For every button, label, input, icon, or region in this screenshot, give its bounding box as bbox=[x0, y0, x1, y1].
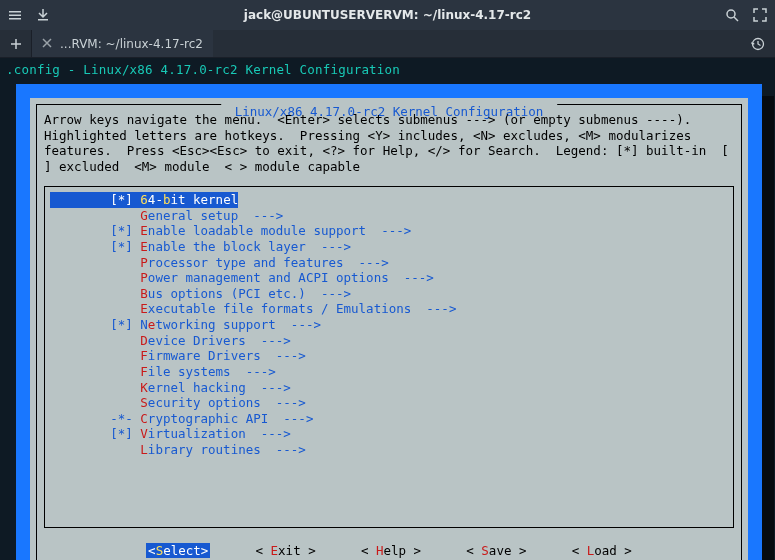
menu-item[interactable]: Security options ---> bbox=[50, 395, 728, 411]
tab-label: ...RVM: ~/linux-4.17-rc2 bbox=[60, 37, 203, 51]
menu-item[interactable]: File systems ---> bbox=[50, 364, 728, 380]
new-tab-button[interactable] bbox=[0, 30, 32, 57]
menu-item[interactable]: Power management and ACPI options ---> bbox=[50, 270, 728, 286]
menuconfig-dialog: Linux/x86 4.17.0-rc2 Kernel Configuratio… bbox=[30, 98, 748, 560]
tab-active[interactable]: ...RVM: ~/linux-4.17-rc2 bbox=[32, 30, 213, 57]
dialog-button[interactable]: < Save > bbox=[466, 543, 526, 558]
menu-item[interactable]: Device Drivers ---> bbox=[50, 333, 728, 349]
search-icon[interactable] bbox=[725, 8, 739, 22]
menu-item[interactable]: [*] Networking support ---> bbox=[50, 317, 728, 333]
dialog-button[interactable]: <Select> bbox=[146, 543, 210, 558]
help-text: Arrow keys navigate the menu. <Enter> se… bbox=[44, 112, 734, 175]
ncurses-background: Linux/x86 4.17.0-rc2 Kernel Configuratio… bbox=[16, 84, 762, 560]
menu-item[interactable]: Library routines ---> bbox=[50, 442, 728, 458]
menu-item[interactable]: [*] Enable the block layer ---> bbox=[50, 239, 728, 255]
svg-rect-3 bbox=[38, 19, 48, 21]
menu-item[interactable]: Bus options (PCI etc.) ---> bbox=[50, 286, 728, 302]
maximize-icon[interactable] bbox=[753, 8, 767, 22]
menu-item[interactable]: [*] Enable loadable module support ---> bbox=[50, 223, 728, 239]
svg-rect-0 bbox=[9, 11, 21, 13]
terminal-area[interactable]: .config - Linux/x86 4.17.0-rc2 Kernel Co… bbox=[0, 58, 775, 560]
window-menu-icon[interactable] bbox=[8, 8, 22, 22]
tab-bar: ...RVM: ~/linux-4.17-rc2 bbox=[0, 30, 775, 58]
menu-item[interactable]: [*] Virtualization ---> bbox=[50, 426, 728, 442]
svg-rect-1 bbox=[9, 15, 21, 17]
svg-point-4 bbox=[727, 10, 735, 18]
menu-list[interactable]: [*] 64-bit kernel General setup ---> [*]… bbox=[50, 192, 728, 458]
svg-line-5 bbox=[734, 17, 738, 21]
download-icon[interactable] bbox=[36, 8, 50, 22]
config-breadcrumb: .config - Linux/x86 4.17.0-rc2 Kernel Co… bbox=[6, 62, 766, 77]
close-icon[interactable] bbox=[42, 37, 52, 51]
button-row: <Select> < Exit > < Help > < Save > < Lo… bbox=[30, 543, 748, 558]
menu-item[interactable]: Firmware Drivers ---> bbox=[50, 348, 728, 364]
menu-item[interactable]: -*- Cryptographic API ---> bbox=[50, 411, 728, 427]
dialog-button[interactable]: < Help > bbox=[361, 543, 421, 558]
history-icon[interactable] bbox=[751, 30, 765, 57]
menu-item[interactable]: General setup ---> bbox=[50, 208, 728, 224]
dialog-button[interactable]: < Exit > bbox=[255, 543, 315, 558]
menu-item[interactable]: Processor type and features ---> bbox=[50, 255, 728, 271]
window-title: jack@UBUNTUSERVERVM: ~/linux-4.17-rc2 bbox=[128, 8, 647, 22]
menu-item[interactable]: Kernel hacking ---> bbox=[50, 380, 728, 396]
menu-item[interactable]: Executable file formats / Emulations ---… bbox=[50, 301, 728, 317]
menu-item[interactable]: [*] 64-bit kernel bbox=[50, 192, 238, 208]
svg-rect-2 bbox=[9, 18, 21, 20]
window-titlebar: jack@UBUNTUSERVERVM: ~/linux-4.17-rc2 bbox=[0, 0, 775, 30]
dialog-button[interactable]: < Load > bbox=[572, 543, 632, 558]
